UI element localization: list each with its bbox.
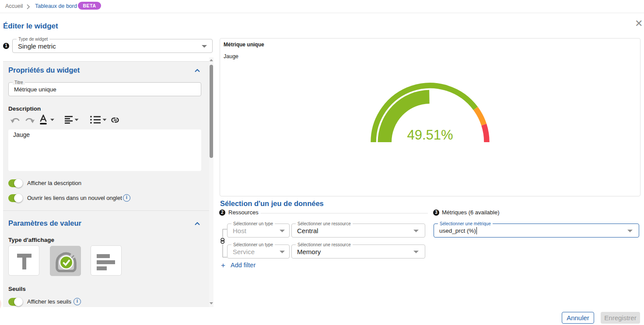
svg-text:49.51%: 49.51% bbox=[407, 127, 453, 143]
